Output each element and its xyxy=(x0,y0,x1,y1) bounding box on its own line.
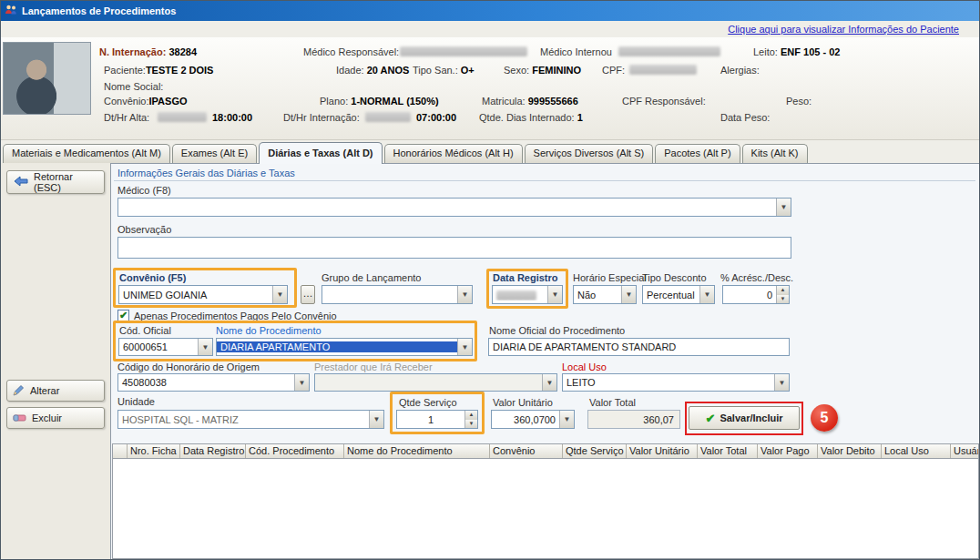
cpf-label: CPF: xyxy=(602,65,625,76)
chevron-down-icon[interactable]: ▼ xyxy=(559,411,574,428)
observacao-label: Observação xyxy=(117,224,171,235)
unidade-combobox[interactable]: HOSPITAL SQL - MATRIZ ▼ xyxy=(117,410,384,429)
grid-col-nro-ficha[interactable]: Nro. Ficha xyxy=(128,444,180,458)
grid-col-nome-procedimento[interactable]: Nome do Procedimento xyxy=(344,444,490,458)
cod-honorario-value: 45080038 xyxy=(118,377,294,388)
sexo-field: Sexo: FEMININO xyxy=(504,65,581,76)
chevron-down-icon[interactable]: ▼ xyxy=(369,411,383,428)
nome-oficial-input[interactable]: DIARIA DE APARTAMENTO STANDARD xyxy=(488,338,790,356)
tab-kits[interactable]: Kits (Alt K) xyxy=(742,144,808,163)
qtde-servico-label: Qtde Serviço xyxy=(399,397,457,408)
tab-servicos[interactable]: Serviços Diversos (Alt S) xyxy=(525,144,654,163)
app-icon xyxy=(5,4,17,18)
tab-exames[interactable]: Exames (Alt E) xyxy=(172,144,257,163)
alterar-button[interactable]: Alterar xyxy=(6,380,105,402)
prestador-combobox: ▼ xyxy=(314,373,557,392)
data-registro-combobox[interactable]: ▼ xyxy=(492,285,563,304)
unidade-value: HOSPITAL SQL - MATRIZ xyxy=(118,414,369,425)
grid-col-valor-debito[interactable]: Valor Debito xyxy=(818,444,882,458)
chevron-down-icon[interactable]: ▼ xyxy=(272,286,287,303)
data-peso-label: Data Peso: xyxy=(720,112,770,123)
cod-oficial-combobox[interactable]: 60000651 ▼ xyxy=(118,338,213,356)
spin-down-icon[interactable]: ▼ xyxy=(465,420,477,429)
paciente-value: TESTE 2 DOIS xyxy=(146,65,214,76)
tab-materiais[interactable]: Materiais e Medicamentos (Alt M) xyxy=(3,144,170,163)
chevron-down-icon[interactable]: ▼ xyxy=(547,286,562,303)
spinner-arrows[interactable]: ▲▼ xyxy=(776,286,789,303)
salvar-incluir-button[interactable]: ✔ Salvar/Incluir xyxy=(689,406,800,430)
patient-info-link[interactable]: Clique aqui para visualizar Informações … xyxy=(728,24,959,35)
tab-diarias-taxas[interactable]: Diárias e Taxas (Alt D) xyxy=(259,142,382,164)
grid-col-valor-total[interactable]: Valor Total xyxy=(698,444,758,458)
apenas-pagos-label[interactable]: Apenas Procedimentos Pagos Pelo Convênio xyxy=(134,311,337,321)
local-uso-combobox[interactable]: LEITO ▼ xyxy=(562,373,790,392)
prestador-label: Prestador que Irá Receber xyxy=(314,361,433,372)
idade-field: Idade: 20 ANOS xyxy=(336,65,409,76)
nome-procedimento-label: Nome do Procedimento xyxy=(216,325,322,336)
chevron-down-icon[interactable]: ▼ xyxy=(294,374,309,391)
chevron-down-icon[interactable]: ▼ xyxy=(776,199,791,216)
spin-down-icon[interactable]: ▼ xyxy=(777,295,789,304)
grid-body-empty[interactable] xyxy=(112,459,979,559)
retornar-button[interactable]: Retornar (ESC) xyxy=(6,170,105,194)
nome-oficial-value: DIARIA DE APARTAMENTO STANDARD xyxy=(493,341,676,352)
medico-label: Médico (F8) xyxy=(117,185,171,196)
grid-col-qtde-servico[interactable]: Qtde Serviço xyxy=(563,444,627,458)
leito-value: ENF 105 - 02 xyxy=(781,46,840,57)
grid-col-data-registro[interactable]: Data Registro xyxy=(180,444,246,458)
leito-field: Leito: ENF 105 - 02 xyxy=(753,46,840,57)
excluir-button[interactable]: Excluir xyxy=(6,407,105,429)
spinner-arrows[interactable]: ▲▼ xyxy=(464,411,477,428)
paciente-label: Paciente: xyxy=(104,65,146,76)
matricula-label: Matricula: xyxy=(482,96,526,107)
grid-col-selector xyxy=(113,444,128,458)
apenas-pagos-checkbox[interactable]: ✔ xyxy=(117,310,129,321)
grid-col-usuario[interactable]: Usuári xyxy=(951,444,978,458)
grid-col-local-uso[interactable]: Local Uso xyxy=(882,444,951,458)
chevron-down-icon[interactable]: ▼ xyxy=(774,374,789,391)
acresc-desc-spinner[interactable]: 0 ▲▼ xyxy=(722,285,790,304)
chevron-down-icon[interactable]: ▼ xyxy=(699,286,714,303)
sexo-value: FEMININO xyxy=(532,65,581,76)
idade-label: Idade: xyxy=(336,65,364,76)
unidade-label: Unidade xyxy=(117,396,155,407)
valor-unitario-combobox[interactable]: 360,0700 ▼ xyxy=(491,410,575,429)
tipo-desconto-combobox[interactable]: Percentual ▼ xyxy=(642,285,715,304)
nome-procedimento-combobox[interactable]: DIARIA APARTAMENTO ▼ xyxy=(216,338,473,356)
section-title: Informações Gerais das Diárias e Taxas xyxy=(117,168,295,178)
window-titlebar[interactable]: Lançamentos de Procedimentos xyxy=(1,1,980,21)
qtde-servico-spinner[interactable]: 1 ▲▼ xyxy=(396,410,478,429)
chevron-down-icon[interactable]: ▼ xyxy=(457,286,472,303)
valor-unitario-label: Valor Unitário xyxy=(493,397,553,408)
medico-combobox[interactable]: ▼ xyxy=(117,198,791,217)
convenio-lookup-button[interactable]: … xyxy=(301,285,315,304)
grupo-combobox[interactable]: ▼ xyxy=(322,285,473,304)
idade-value: 20 ANOS xyxy=(367,65,410,76)
convenio-value: IPASGO xyxy=(149,96,188,107)
step-badge: 5 xyxy=(811,404,838,432)
grid-col-cod-procedimento[interactable]: Cód. Procedimento xyxy=(246,444,344,458)
grid-col-convenio[interactable]: Convênio xyxy=(490,444,563,458)
observacao-input[interactable] xyxy=(117,237,791,259)
salvar-incluir-label: Salvar/Incluir xyxy=(720,412,782,423)
grid-header: Nro. Ficha Data Registro Cód. Procedimen… xyxy=(112,443,979,459)
convenio-combobox[interactable]: UNIMED GOIANIA ▼ xyxy=(118,285,288,304)
tipo-desconto-value: Percentual xyxy=(643,290,699,300)
horario-especial-label: Horário Especial xyxy=(573,272,647,283)
spin-up-icon[interactable]: ▲ xyxy=(777,286,789,295)
chevron-down-icon[interactable]: ▼ xyxy=(198,339,212,355)
spin-up-icon[interactable]: ▲ xyxy=(465,411,477,420)
horario-especial-combobox[interactable]: Não ▼ xyxy=(573,285,637,304)
tab-pacotes[interactable]: Pacotes (Alt P) xyxy=(655,144,740,163)
cod-honorario-combobox[interactable]: 45080038 ▼ xyxy=(117,373,310,392)
grid-col-valor-unitario[interactable]: Valor Unitário xyxy=(627,444,698,458)
plano-value: 1-NORMAL (150%) xyxy=(351,96,438,107)
plano-label: Plano: xyxy=(320,96,348,107)
local-uso-value: LEITO xyxy=(563,377,774,388)
internacao-label: N. Internação: 38284 xyxy=(99,46,197,57)
dthr-int-redacted-date xyxy=(365,112,411,122)
chevron-down-icon[interactable]: ▼ xyxy=(457,339,472,355)
chevron-down-icon[interactable]: ▼ xyxy=(621,286,636,303)
grid-col-valor-pago[interactable]: Valor Pago xyxy=(758,444,818,458)
tab-honorarios[interactable]: Honorários Médicos (Alt H) xyxy=(384,144,523,163)
